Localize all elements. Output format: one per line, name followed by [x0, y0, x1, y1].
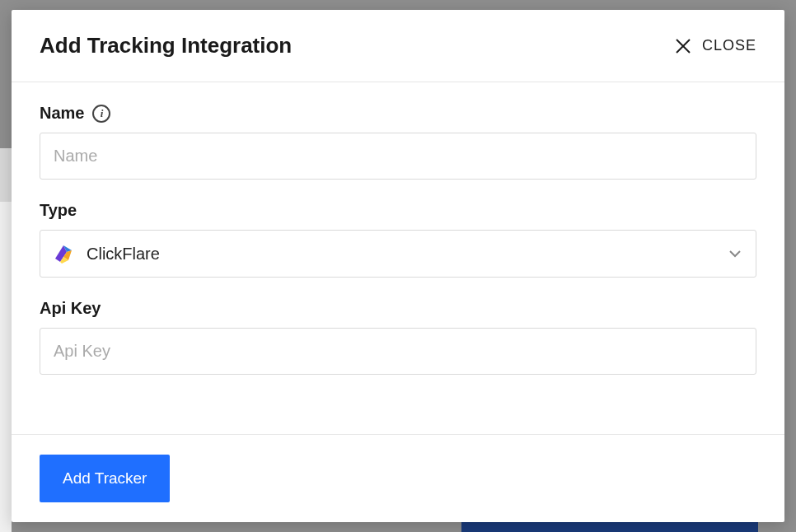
modal-body: Name i Type ClickFlare [12, 82, 784, 434]
modal-footer: Add Tracker [12, 434, 784, 522]
close-label: CLOSE [702, 37, 756, 54]
field-label-row: Type [40, 201, 756, 220]
api-key-input[interactable] [40, 328, 756, 375]
add-tracker-button[interactable]: Add Tracker [40, 455, 170, 502]
clickflare-logo-icon [52, 242, 75, 265]
api-key-label: Api Key [40, 299, 101, 318]
info-icon[interactable]: i [92, 105, 110, 123]
modal-header: Add Tracking Integration CLOSE [12, 10, 784, 82]
close-button[interactable]: CLOSE [676, 37, 756, 54]
backdrop-strip-lower [0, 202, 12, 532]
field-api-key: Api Key [40, 299, 756, 375]
close-icon [676, 39, 691, 54]
type-select[interactable]: ClickFlare [40, 230, 756, 278]
type-select-wrap: ClickFlare [40, 230, 756, 278]
modal-title: Add Tracking Integration [40, 33, 292, 58]
chevron-down-icon [728, 247, 742, 260]
backdrop-strip [0, 148, 12, 202]
type-label: Type [40, 201, 77, 220]
name-input[interactable] [40, 133, 756, 180]
add-tracking-integration-modal: Add Tracking Integration CLOSE Name i Ty… [12, 10, 784, 522]
field-label-row: Api Key [40, 299, 756, 318]
name-label: Name [40, 104, 84, 123]
type-selected-value: ClickFlare [87, 245, 160, 264]
field-label-row: Name i [40, 104, 756, 123]
field-name: Name i [40, 104, 756, 180]
field-type: Type ClickFlare [40, 201, 756, 278]
